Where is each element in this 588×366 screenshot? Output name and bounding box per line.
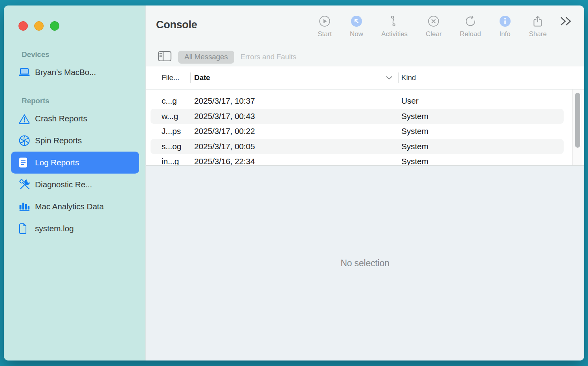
sidebar-item-spin-reports[interactable]: Spin Reports: [11, 130, 139, 152]
scrollbar-thumb[interactable]: [575, 93, 580, 148]
chevrons-right-icon: [560, 21, 573, 28]
log-table: c...g 2025/3/17, 10:37 User w...g 2025/3…: [146, 90, 584, 165]
toolbar-button-label: Reload: [460, 30, 481, 38]
table-row[interactable]: w...g 2025/3/17, 00:43 System: [151, 109, 564, 124]
cell-file: w...g: [162, 112, 178, 121]
arrow-up-left-circle-icon: [351, 15, 362, 27]
cell-kind: System: [401, 112, 428, 121]
tools-icon: [18, 178, 35, 191]
start-button[interactable]: Start: [309, 15, 341, 38]
column-separator[interactable]: [190, 73, 191, 83]
column-header-file[interactable]: File...: [162, 73, 179, 82]
cell-date: 2025/3/17, 00:43: [194, 112, 255, 121]
reload-arrow-icon: [465, 15, 476, 27]
close-window-button[interactable]: [18, 21, 28, 31]
sidebar-item-mac-analytics-data[interactable]: Mac Analytics Data: [11, 196, 139, 218]
x-circle-icon: [428, 15, 439, 27]
log-document-icon: [18, 157, 35, 168]
sidebar-item-label: Spin Reports: [35, 136, 82, 145]
main-content: Console Start: [145, 5, 584, 361]
filter-bar: All Messages Errors and Faults: [146, 48, 584, 66]
cell-date: 2025/3/17, 00:05: [194, 142, 255, 151]
sidebar-toggle-button[interactable]: [158, 50, 172, 64]
table-header: File... Date Kind: [146, 66, 584, 90]
info-button[interactable]: Info: [490, 15, 520, 38]
sidebar-item-crash-reports[interactable]: Crash Reports: [11, 108, 139, 130]
pinwheel-icon: [18, 135, 35, 146]
now-button[interactable]: Now: [341, 15, 372, 38]
cell-file: in...g: [162, 157, 179, 165]
table-row[interactable]: s...og 2025/3/17, 00:05 System: [151, 139, 564, 154]
cell-date: 2025/3/17, 00:22: [194, 126, 255, 136]
sidebar-toggle-icon: [158, 50, 172, 64]
table-row[interactable]: in...g 2025/3/16, 22:34 System: [151, 154, 564, 165]
document-icon: [18, 223, 35, 234]
share-icon: [532, 15, 543, 27]
scrollbar-track[interactable]: [572, 90, 582, 165]
reload-button[interactable]: Reload: [451, 15, 490, 38]
toolbar-buttons: Start Now: [309, 15, 556, 38]
sidebar-item-diagnostic-reports[interactable]: Diagnostic Re...: [11, 174, 139, 196]
tab-all-messages[interactable]: All Messages: [178, 51, 234, 64]
activities-curve-icon: [389, 15, 400, 27]
cell-file: s...og: [162, 142, 181, 151]
column-separator[interactable]: [398, 73, 399, 83]
toolbar-button-label: Clear: [426, 30, 442, 38]
sidebar-item-log-reports[interactable]: Log Reports: [11, 152, 139, 174]
toolbar: Console Start: [146, 5, 584, 48]
sidebar-item-label: Mac Analytics Data: [35, 202, 104, 211]
window-controls: [4, 5, 145, 31]
play-circle-icon: [319, 15, 331, 27]
column-header-date[interactable]: Date: [194, 73, 210, 82]
toolbar-button-label: Share: [529, 30, 547, 38]
detail-pane: No selection: [146, 165, 584, 361]
laptop-icon: [18, 68, 35, 77]
cell-file: J...ps: [162, 126, 181, 136]
cell-kind: System: [401, 142, 428, 151]
chevron-down-icon[interactable]: [386, 76, 393, 80]
warning-triangle-icon: [18, 113, 35, 124]
cell-kind: User: [401, 96, 419, 106]
sidebar: Devices Bryan’s MacBo... Reports Crash R…: [4, 5, 145, 361]
sidebar-item-label: Bryan’s MacBo...: [35, 68, 96, 77]
cell-date: 2025/3/16, 22:34: [194, 157, 255, 165]
table-row[interactable]: c...g 2025/3/17, 10:37 User: [151, 93, 564, 109]
cell-kind: System: [401, 126, 428, 136]
sidebar-item-label: Diagnostic Re...: [35, 180, 92, 189]
bar-chart-icon: [18, 201, 35, 212]
zoom-window-button[interactable]: [50, 21, 59, 31]
sidebar-item-label: Log Reports: [35, 158, 79, 167]
share-button[interactable]: Share: [520, 15, 556, 38]
no-selection-text: No selection: [340, 258, 389, 269]
sidebar-item-label: Crash Reports: [35, 114, 87, 123]
cell-date: 2025/3/17, 10:37: [194, 96, 255, 106]
column-header-kind[interactable]: Kind: [401, 73, 416, 82]
table-row[interactable]: J...ps 2025/3/17, 00:22 System: [151, 124, 564, 139]
sidebar-section-devices-label: Devices: [22, 50, 139, 59]
sidebar-item-label: system.log: [35, 224, 74, 233]
toolbar-button-label: Activities: [381, 30, 408, 38]
toolbar-button-label: Info: [499, 30, 510, 38]
clear-button[interactable]: Clear: [417, 15, 451, 38]
toolbar-overflow-button[interactable]: [560, 16, 573, 28]
console-window: Devices Bryan’s MacBo... Reports Crash R…: [4, 5, 584, 361]
toolbar-button-label: Now: [350, 30, 363, 38]
page-title: Console: [156, 19, 197, 31]
cell-kind: System: [401, 157, 428, 165]
toolbar-button-label: Start: [318, 30, 332, 38]
sidebar-item-device-bryans-macbook[interactable]: Bryan’s MacBo...: [11, 61, 139, 83]
sidebar-section-reports-label: Reports: [22, 97, 139, 105]
minimize-window-button[interactable]: [34, 21, 44, 31]
cell-file: c...g: [162, 96, 177, 106]
info-circle-icon: [499, 15, 511, 27]
activities-button[interactable]: Activities: [372, 15, 417, 38]
tab-errors-and-faults[interactable]: Errors and Faults: [241, 53, 296, 61]
sidebar-item-system-log[interactable]: system.log: [11, 218, 139, 240]
